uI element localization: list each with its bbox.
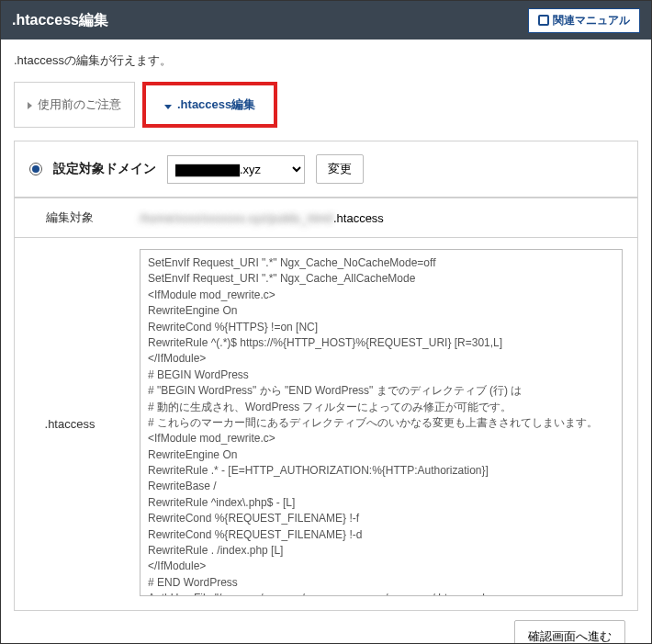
target-path-cell: /home/xxxx/xxxxxxx.xyz/public_html/.htac… bbox=[125, 198, 637, 238]
page-header: .htaccess編集 関連マニュアル bbox=[1, 1, 651, 40]
related-manual-button[interactable]: 関連マニュアル bbox=[528, 8, 640, 33]
tab-edit-label: .htaccess編集 bbox=[177, 96, 255, 113]
domain-label: 設定対象ドメイン bbox=[53, 161, 156, 177]
content-area: .htaccessの編集が行えます。 使用前のご注意 .htaccess編集 設… bbox=[1, 40, 651, 644]
target-label: 編集対象 bbox=[15, 198, 125, 238]
target-row: 編集対象 /home/xxxx/xxxxxxx.xyz/public_html/… bbox=[15, 198, 637, 238]
htaccess-textarea[interactable] bbox=[140, 249, 623, 596]
settings-panel: 設定対象ドメイン ▇▇▇▇▇▇▇.xyz 変更 編集対象 /home/xxxx/… bbox=[14, 141, 638, 611]
confirm-button[interactable]: 確認画面へ進む bbox=[514, 620, 625, 644]
editor-cell bbox=[125, 238, 637, 611]
tab-notice[interactable]: 使用前のご注意 bbox=[14, 82, 135, 128]
change-domain-button[interactable]: 変更 bbox=[316, 154, 364, 184]
page-description: .htaccessの編集が行えます。 bbox=[14, 52, 638, 69]
target-path-obscured: /home/xxxx/xxxxxxx.xyz/public_html/ bbox=[140, 211, 333, 225]
chevron-right-icon bbox=[28, 98, 32, 112]
tab-htaccess-edit[interactable]: .htaccess編集 bbox=[142, 82, 277, 128]
editor-row: .htaccess bbox=[15, 238, 637, 611]
tab-bar: 使用前のご注意 .htaccess編集 bbox=[14, 82, 638, 128]
book-icon bbox=[538, 15, 549, 26]
target-path-suffix: .htaccess bbox=[333, 211, 384, 225]
tab-notice-label: 使用前のご注意 bbox=[38, 96, 121, 113]
manual-button-label: 関連マニュアル bbox=[553, 13, 630, 28]
radio-icon bbox=[29, 163, 42, 175]
edit-table: 編集対象 /home/xxxx/xxxxxxx.xyz/public_html/… bbox=[15, 198, 637, 610]
domain-row: 設定対象ドメイン ▇▇▇▇▇▇▇.xyz 変更 bbox=[15, 141, 637, 198]
editor-label: .htaccess bbox=[15, 238, 125, 611]
domain-radio[interactable] bbox=[29, 163, 42, 175]
page-title: .htaccess編集 bbox=[12, 11, 108, 30]
chevron-down-icon bbox=[164, 98, 172, 112]
domain-select[interactable]: ▇▇▇▇▇▇▇.xyz bbox=[167, 155, 305, 184]
footer-actions: 確認画面へ進む bbox=[14, 611, 638, 644]
